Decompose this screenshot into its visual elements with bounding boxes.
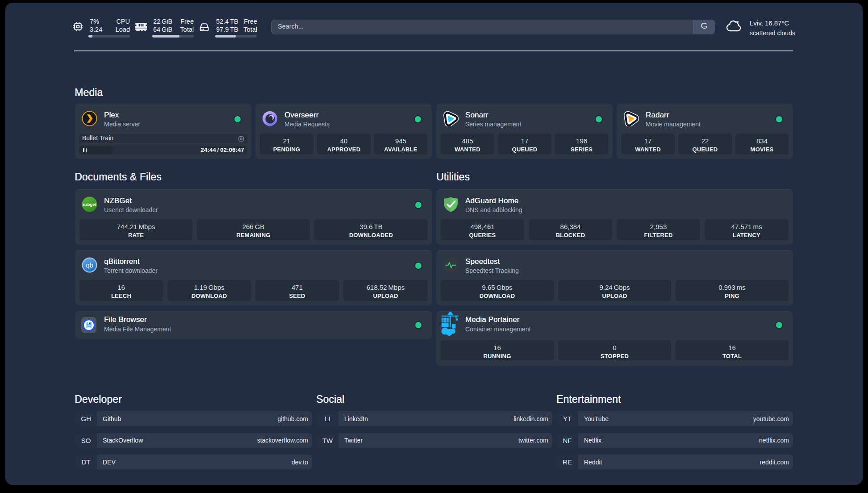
- svg-text:nzbget: nzbget: [83, 202, 96, 207]
- svg-text:qb: qb: [86, 261, 93, 269]
